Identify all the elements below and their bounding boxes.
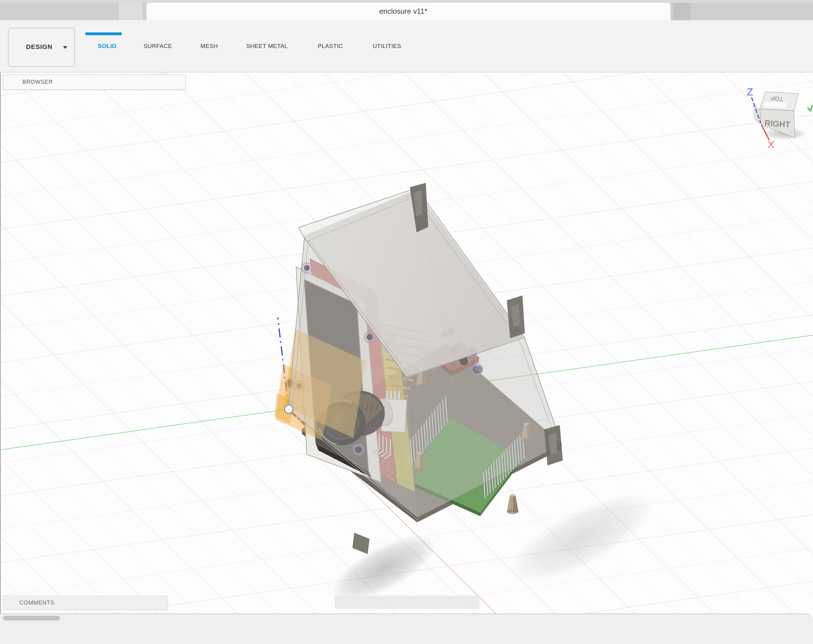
svg-text:Z: Z [747,86,753,98]
svg-text:X: X [768,138,775,150]
svg-text:RIGHT: RIGHT [764,118,791,129]
